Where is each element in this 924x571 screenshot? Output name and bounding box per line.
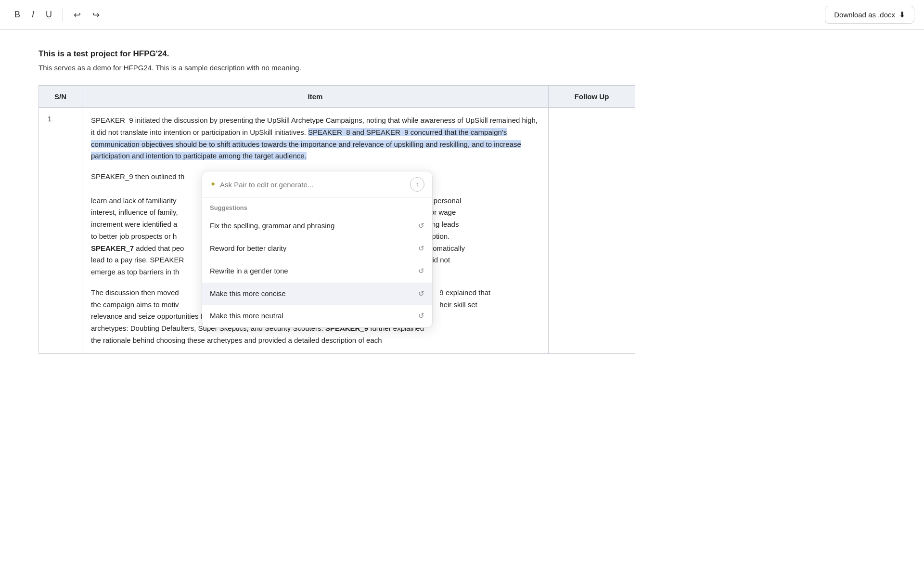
suggestion-icon: ↺ — [418, 265, 424, 277]
download-icon: ⬇ — [899, 10, 905, 19]
suggestion-label: Fix the spelling, grammar and phrasing — [210, 220, 334, 232]
suggestion-label: Make this more concise — [210, 288, 286, 300]
header-item: Item — [82, 86, 549, 108]
suggestion-fix-spelling[interactable]: Fix the spelling, grammar and phrasing ↺ — [202, 215, 432, 237]
table-header: S/N Item Follow Up — [39, 86, 635, 108]
download-label: Download as .docx — [834, 11, 895, 19]
ai-prompt-input[interactable] — [220, 181, 406, 189]
redo-button[interactable]: ↪ — [88, 7, 104, 23]
suggestion-more-concise[interactable]: Make this more concise ↺ — [202, 283, 432, 305]
undo-button[interactable]: ↩ — [69, 7, 86, 23]
paragraph-1: SPEAKER_9 initiated the discussion by pr… — [91, 115, 539, 162]
toolbar-actions: Download as .docx ⬇ — [825, 6, 914, 24]
send-icon: ↑ — [416, 181, 419, 188]
document-content: This is a test project for HFPG'24. This… — [0, 30, 674, 373]
main-table: S/N Item Follow Up 1 SPEAKER_9 initiated… — [38, 85, 635, 354]
download-button[interactable]: Download as .docx ⬇ — [825, 6, 914, 24]
document-description: This serves as a demo for HFPG24. This i… — [38, 64, 635, 72]
suggestion-reword[interactable]: Reword for better clarity ↺ — [202, 237, 432, 260]
suggestion-gentler-tone[interactable]: Rewrite in a gentler tone ↺ — [202, 260, 432, 283]
row-sn: 1 — [39, 108, 82, 354]
ai-input-row: ✦ ↑ — [202, 171, 432, 198]
suggestion-icon: ↺ — [418, 243, 424, 255]
header-followup: Follow Up — [549, 86, 635, 108]
suggestions-label: Suggestions — [202, 198, 432, 215]
toolbar: B I U ↩ ↪ Download as .docx ⬇ — [0, 0, 924, 30]
suggestion-icon: ↺ — [418, 220, 424, 232]
italic-button[interactable]: I — [27, 7, 39, 23]
suggestion-icon: ↺ — [418, 310, 424, 322]
document-title: This is a test project for HFPG'24. — [38, 49, 635, 59]
paragraph-2-wrapper: SPEAKER_9 then outlined the barriers to … — [91, 171, 539, 278]
suggestion-label: Reword for better clarity — [210, 243, 286, 255]
toolbar-formatting: B I U ↩ ↪ — [10, 7, 104, 23]
ai-send-button[interactable]: ↑ — [410, 177, 424, 192]
ai-spark-icon: ✦ — [210, 178, 216, 191]
suggestion-label: Make this more neutral — [210, 310, 283, 322]
table-body: 1 SPEAKER_9 initiated the discussion by … — [39, 108, 635, 354]
underline-button[interactable]: U — [41, 7, 57, 23]
suggestion-more-neutral[interactable]: Make this more neutral ↺ — [202, 305, 432, 327]
suggestion-label: Rewrite in a gentler tone — [210, 265, 288, 277]
table-row: 1 SPEAKER_9 initiated the discussion by … — [39, 108, 635, 354]
ai-popup: ✦ ↑ Suggestions Fix the spelling, gramma… — [202, 171, 433, 328]
header-sn: S/N — [39, 86, 82, 108]
suggestion-icon: ↺ — [418, 288, 424, 300]
bold-button[interactable]: B — [10, 7, 25, 23]
row-item: SPEAKER_9 initiated the discussion by pr… — [82, 108, 549, 354]
toolbar-divider — [63, 8, 63, 22]
row-followup — [549, 108, 635, 354]
